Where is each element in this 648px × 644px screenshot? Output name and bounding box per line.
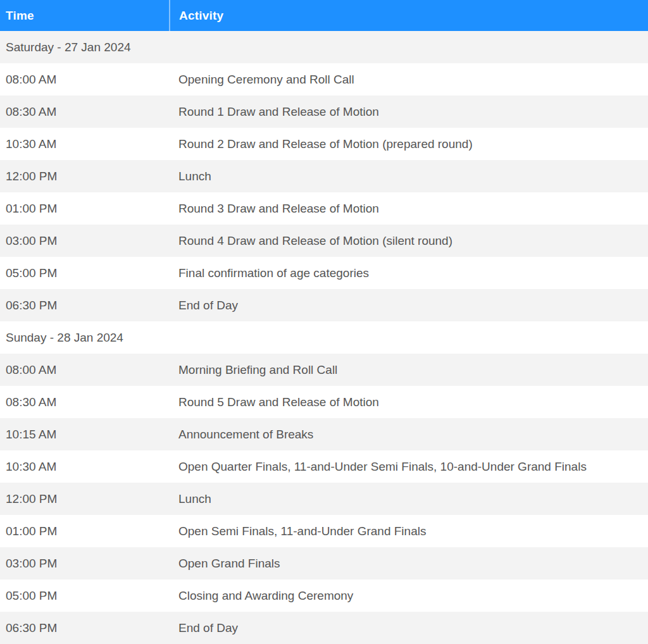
activity-cell: Closing and Awarding Ceremony — [170, 579, 648, 612]
table-body: Saturday - 27 Jan 2024 08:00 AM Opening … — [0, 31, 648, 644]
table-row: 06:30 PM End of Day — [0, 289, 648, 321]
column-header-time: Time — [0, 0, 170, 31]
table-row: 12:00 PM Lunch — [0, 483, 648, 515]
time-cell: 10:30 AM — [0, 128, 170, 160]
time-cell: 05:00 PM — [0, 579, 170, 612]
time-cell: 01:00 PM — [0, 192, 170, 225]
time-cell: 10:30 AM — [0, 450, 170, 483]
activity-cell: Round 4 Draw and Release of Motion (sile… — [170, 225, 648, 257]
activity-cell: Round 3 Draw and Release of Motion — [170, 192, 648, 225]
activity-cell: Open Grand Finals — [170, 547, 648, 579]
table-row: 03:00 PM Round 4 Draw and Release of Mot… — [0, 225, 648, 257]
date-cell: Saturday - 27 Jan 2024 — [0, 31, 648, 63]
table-row: 08:30 AM Round 1 Draw and Release of Mot… — [0, 96, 648, 128]
table-row: 05:00 PM Closing and Awarding Ceremony — [0, 579, 648, 612]
activity-cell: Lunch — [170, 160, 648, 192]
header-row: Time Activity — [0, 0, 648, 31]
activity-cell: Round 2 Draw and Release of Motion (prep… — [170, 128, 648, 160]
column-header-activity: Activity — [170, 0, 648, 31]
table-row: 03:00 PM Open Grand Finals — [0, 547, 648, 579]
time-cell: 08:30 AM — [0, 386, 170, 418]
activity-cell: Lunch — [170, 483, 648, 515]
table-row: 01:00 PM Round 3 Draw and Release of Mot… — [0, 192, 648, 225]
time-cell: 08:00 AM — [0, 63, 170, 96]
activity-cell: Announcement of Breaks — [170, 418, 648, 450]
time-cell: 05:00 PM — [0, 257, 170, 289]
time-cell: 10:15 AM — [0, 418, 170, 450]
time-cell: 12:00 PM — [0, 160, 170, 192]
time-cell: 06:30 PM — [0, 289, 170, 321]
activity-cell: Morning Briefing and Roll Call — [170, 354, 648, 386]
table-row: 06:30 PM End of Day — [0, 612, 648, 644]
table-row: 10:30 AM Open Quarter Finals, 11-and-Und… — [0, 450, 648, 483]
activity-cell: Opening Ceremony and Roll Call — [170, 63, 648, 96]
table-row: 08:30 AM Round 5 Draw and Release of Mot… — [0, 386, 648, 418]
date-row-saturday: Saturday - 27 Jan 2024 — [0, 31, 648, 63]
time-cell: 06:30 PM — [0, 612, 170, 644]
activity-cell: End of Day — [170, 612, 648, 644]
table-row: 08:00 AM Opening Ceremony and Roll Call — [0, 63, 648, 96]
activity-cell: Final confirmation of age categories — [170, 257, 648, 289]
table-row: 01:00 PM Open Semi Finals, 11-and-Under … — [0, 515, 648, 547]
time-cell: 08:00 AM — [0, 354, 170, 386]
table-row: 10:15 AM Announcement of Breaks — [0, 418, 648, 450]
schedule-table: Time Activity Saturday - 27 Jan 2024 08:… — [0, 0, 648, 644]
date-cell: Sunday - 28 Jan 2024 — [0, 321, 648, 354]
table-row: 05:00 PM Final confirmation of age categ… — [0, 257, 648, 289]
table-row: 12:00 PM Lunch — [0, 160, 648, 192]
activity-cell: Open Semi Finals, 11-and-Under Grand Fin… — [170, 515, 648, 547]
time-cell: 01:00 PM — [0, 515, 170, 547]
table-header: Time Activity — [0, 0, 648, 31]
activity-cell: Round 1 Draw and Release of Motion — [170, 96, 648, 128]
activity-cell: End of Day — [170, 289, 648, 321]
table-row: 10:30 AM Round 2 Draw and Release of Mot… — [0, 128, 648, 160]
time-cell: 08:30 AM — [0, 96, 170, 128]
activity-cell: Round 5 Draw and Release of Motion — [170, 386, 648, 418]
time-cell: 03:00 PM — [0, 225, 170, 257]
time-cell: 03:00 PM — [0, 547, 170, 579]
date-row-sunday: Sunday - 28 Jan 2024 — [0, 321, 648, 354]
time-cell: 12:00 PM — [0, 483, 170, 515]
table-row: 08:00 AM Morning Briefing and Roll Call — [0, 354, 648, 386]
activity-cell: Open Quarter Finals, 11-and-Under Semi F… — [170, 450, 648, 483]
